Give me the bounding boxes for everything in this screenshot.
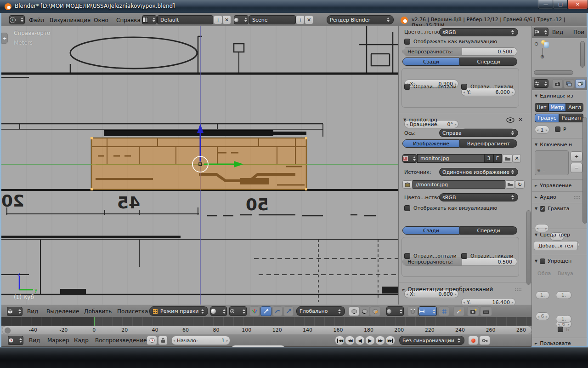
userprefs-panel-header[interactable]: ►Пользовате [535, 340, 571, 346]
keying-remove-button[interactable]: − [571, 163, 582, 173]
tab-scene[interactable] [575, 79, 586, 88]
front-toggle-2[interactable]: Спереди [460, 226, 517, 235]
jump-to-end-button[interactable]: ▶▶ [385, 336, 395, 345]
edge-select-button[interactable] [359, 306, 370, 316]
pivot-dropdown[interactable] [229, 306, 247, 316]
fake-user-button[interactable]: F [493, 154, 502, 163]
simplify-a2-field[interactable]: 1. [536, 291, 549, 299]
manipulator-axes-button[interactable] [249, 306, 260, 316]
colorspace-dropdown-2[interactable]: sRGB [439, 193, 518, 201]
image-path-field[interactable]: //monitor.jpg [413, 180, 505, 189]
back-toggle[interactable]: Сзади [402, 58, 460, 66]
toolshelf-expand-tab[interactable]: + [1, 33, 8, 44]
units-none-button[interactable]: Нет [535, 103, 548, 112]
shading-dropdown[interactable] [210, 306, 227, 316]
outliner-menu-view[interactable]: Вид [552, 28, 563, 37]
flip-horizontal-checkbox[interactable] [404, 84, 410, 90]
keying-panel-header[interactable]: ▼Ключевые н [535, 142, 572, 148]
outliner-editor-button[interactable] [534, 28, 548, 36]
scene-add-button[interactable]: + [296, 15, 305, 24]
v3d-menu-mesh[interactable]: Полисетка [117, 307, 148, 316]
display-render-checkbox[interactable] [404, 39, 410, 45]
viewport-editor-button[interactable] [7, 307, 23, 316]
tl-menu-view[interactable]: Вид [29, 336, 40, 345]
path-browse-button[interactable] [505, 180, 515, 189]
image-close-icon[interactable]: ✕ [518, 116, 523, 123]
layout-name-field[interactable]: Default [157, 15, 213, 24]
tab-render-layers[interactable] [564, 79, 574, 88]
viewport-3d[interactable]: 20 45 50 [1, 26, 398, 305]
layout-delete-button[interactable]: ✕ [222, 15, 231, 24]
units-imperial-button[interactable]: Англ [566, 103, 583, 112]
back-toggle-2[interactable]: Сзади [402, 226, 460, 235]
tab-render[interactable] [552, 79, 563, 88]
v3d-menu-select[interactable]: Выделение [46, 307, 79, 316]
tl-menu-playback[interactable]: Воспроизведение [95, 336, 147, 345]
eye-icon[interactable] [506, 117, 514, 123]
snap-target-button[interactable] [439, 306, 449, 316]
close-button[interactable]: ✕ [567, 0, 588, 9]
flip-vertical-checkbox-2[interactable] [461, 253, 467, 259]
render-engine-dropdown[interactable]: Рендер Blender [327, 15, 394, 24]
current-frame-line[interactable] [94, 317, 95, 326]
tl-menu-marker[interactable]: Маркер [47, 336, 69, 345]
prev-keyframe-button[interactable]: ◀◀ [345, 336, 355, 345]
keyingset-button[interactable] [479, 336, 490, 345]
audio-panel-grip[interactable] [573, 196, 581, 199]
source-dropdown[interactable]: Одиночное изображение [439, 168, 518, 176]
outliner-hscroll[interactable] [534, 70, 573, 75]
image-tab[interactable]: Изображение [402, 139, 460, 148]
audio-panel-header[interactable]: ►Аудио [535, 194, 556, 200]
properties-editor-button[interactable] [534, 79, 548, 88]
editor-type-button[interactable]: i [9, 15, 25, 24]
path-icon-button[interactable] [402, 180, 413, 189]
colorspace-dropdown[interactable]: sRGB [439, 28, 518, 36]
keying-add-button[interactable]: + [571, 151, 582, 161]
menu-render[interactable]: Визуализация [50, 16, 90, 25]
timeline-ruler[interactable]: -40-200204060801001201401601802002202402… [1, 317, 531, 334]
menu-file[interactable]: Файл [29, 16, 44, 25]
image-users-button[interactable]: 3 [484, 154, 493, 163]
simplify-panel-header[interactable]: ▼ Упрощен [535, 258, 571, 264]
rigidbody-add-button[interactable]: Добав...х тел [534, 241, 578, 250]
collapse-icon[interactable]: ⊖ [534, 41, 538, 47]
front-toggle[interactable]: Спереди [460, 58, 517, 66]
unlink-image-button[interactable]: ✕ [513, 154, 521, 163]
display-render-checkbox-2[interactable] [404, 205, 410, 211]
menu-help[interactable]: Справка [116, 16, 141, 25]
flip-horizontal-checkbox-2[interactable] [404, 253, 410, 259]
properties-scrollbar[interactable] [582, 117, 587, 224]
simplify-a1-field[interactable]: 6 [536, 312, 549, 320]
manipulator-scale-button[interactable] [283, 306, 294, 316]
opengl-render-button[interactable] [467, 306, 479, 316]
maximize-button[interactable]: □ [553, 0, 568, 9]
menu-window[interactable]: Окно [94, 16, 108, 25]
keying-sets-list[interactable]: ⊕ ＝ [535, 150, 569, 175]
separate-units-checkbox[interactable] [555, 126, 560, 132]
outliner-vscroll[interactable] [580, 41, 585, 68]
v3d-menu-view[interactable]: Вид [27, 307, 38, 316]
window-titlebar[interactable]: Blender* [D:\МОИ МОДЕЛИ\USSA\Jelezniakov… [0, 0, 588, 13]
reload-image-button[interactable]: ↻ [515, 180, 525, 189]
units-panel-header[interactable]: ▼Единицы: из [535, 93, 573, 99]
proportional-edit-dropdown[interactable] [386, 306, 404, 316]
time-toggle-button[interactable] [147, 336, 157, 345]
opacity-slider[interactable]: Непрозрачность:0.500 [402, 47, 517, 56]
layout-add-button[interactable]: + [214, 15, 222, 24]
vertex-select-button[interactable] [349, 306, 359, 316]
expand-icon[interactable]: ⊕ [540, 54, 544, 60]
frame-start-field[interactable]: Начало:1 [171, 336, 230, 345]
units-metric-button[interactable]: Метр [548, 103, 566, 112]
orientation-dropdown[interactable]: Глобально [296, 306, 345, 316]
outliner-menu-search[interactable]: Пои [573, 28, 584, 37]
jump-to-start-button[interactable]: ◀◀ [335, 336, 345, 345]
snap-toggle-button[interactable] [407, 306, 418, 316]
shelf-scrollbar[interactable] [526, 210, 531, 285]
next-keyframe-button[interactable]: ▶▶ [375, 336, 385, 345]
v3d-menu-add[interactable]: Добавить [84, 307, 112, 316]
sync-dropdown[interactable]: Без синхронизации [399, 336, 464, 345]
scene-name-field[interactable]: Scene [249, 15, 296, 24]
gravity-panel-header[interactable]: ▼ ✓ Гравита [535, 206, 569, 212]
rigidbody-panel-header[interactable]: ▼Среда твёр [535, 232, 570, 238]
layout-icon-button[interactable] [142, 15, 157, 24]
